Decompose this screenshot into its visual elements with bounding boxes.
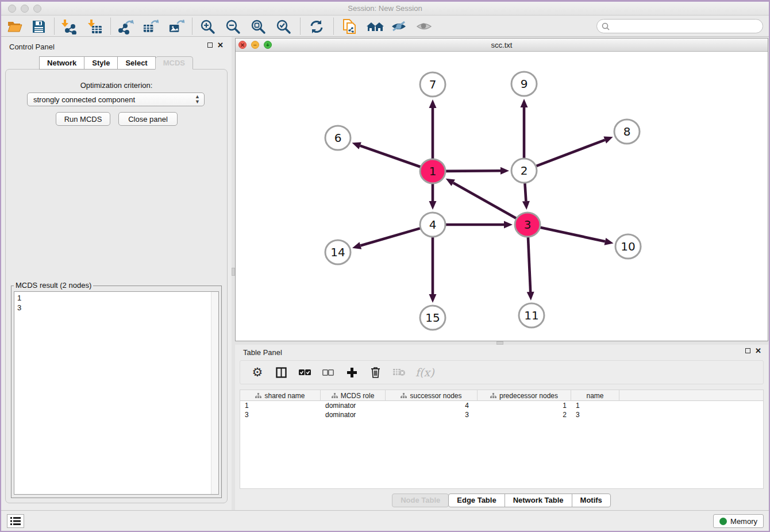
export-table-icon[interactable] bbox=[143, 18, 159, 34]
graph-edge[interactable] bbox=[536, 140, 605, 167]
mcds-result-item: 1 bbox=[17, 293, 218, 303]
search-box[interactable] bbox=[596, 19, 763, 33]
memory-button[interactable]: Memory bbox=[713, 514, 764, 528]
graph-edge-arrowhead bbox=[352, 242, 361, 249]
status-bar: Memory bbox=[1, 510, 769, 531]
close-panel-icon[interactable]: ✕ bbox=[217, 43, 224, 48]
import-table-icon[interactable] bbox=[87, 18, 103, 34]
graph-edge[interactable] bbox=[525, 183, 526, 201]
attribute-icon bbox=[332, 393, 338, 399]
save-icon[interactable] bbox=[30, 18, 47, 34]
graph-node-label: 4 bbox=[429, 218, 437, 232]
delete-row-trash-icon[interactable] bbox=[368, 365, 382, 379]
close-panel-button[interactable]: Close panel bbox=[118, 112, 178, 126]
column-header-name[interactable]: name bbox=[571, 390, 619, 401]
run-mcds-button[interactable]: Run MCDS bbox=[56, 112, 110, 126]
column-label: predecessor nodes bbox=[499, 392, 558, 400]
graph-node-label: 6 bbox=[334, 131, 342, 145]
cell-shared-name[interactable]: 1 bbox=[240, 402, 321, 410]
table-panel-title: Table Panel bbox=[243, 348, 282, 357]
search-input[interactable] bbox=[610, 21, 763, 32]
cell-mcds-role[interactable]: dominator bbox=[321, 402, 386, 410]
float-panel-icon[interactable] bbox=[745, 348, 750, 353]
unselect-all-icon[interactable] bbox=[321, 365, 335, 379]
add-row-icon[interactable] bbox=[345, 365, 359, 379]
tab-network-table[interactable]: Network Table bbox=[505, 494, 572, 507]
open-folder-icon[interactable] bbox=[7, 18, 23, 34]
graph-node-label: 15 bbox=[425, 311, 440, 325]
zoom-out-icon[interactable] bbox=[225, 18, 241, 34]
tab-select[interactable]: Select bbox=[117, 56, 155, 70]
table-row[interactable]: 3 dominator 3 2 3 bbox=[240, 410, 763, 419]
network-canvas[interactable]: 7968124314101511 bbox=[236, 52, 768, 341]
show-columns-icon[interactable] bbox=[274, 365, 288, 379]
tab-motifs[interactable]: Motifs bbox=[572, 494, 611, 507]
export-network-icon[interactable] bbox=[118, 18, 134, 34]
cell-predecessor-nodes[interactable]: 1 bbox=[478, 402, 571, 410]
task-history-button[interactable] bbox=[7, 514, 24, 528]
column-header-predecessor-nodes[interactable]: predecessor nodes bbox=[478, 390, 571, 401]
cell-predecessor-nodes[interactable]: 2 bbox=[478, 411, 571, 419]
mcds-result-group: MCDS result (2 nodes) 1 3 bbox=[11, 286, 222, 498]
cell-successor-nodes[interactable]: 3 bbox=[386, 411, 478, 419]
scrollbar-track[interactable] bbox=[211, 292, 218, 494]
column-header-shared-name[interactable]: shared name bbox=[240, 390, 321, 401]
cell-successor-nodes[interactable]: 4 bbox=[386, 402, 478, 410]
column-header-mcds-role[interactable]: MCDS role bbox=[321, 390, 386, 401]
select-all-icon[interactable] bbox=[298, 365, 311, 379]
toolbar-separator bbox=[192, 18, 192, 34]
cell-mcds-role[interactable]: dominator bbox=[321, 411, 386, 419]
delete-table-icon[interactable] bbox=[392, 365, 406, 379]
mcds-result-list[interactable]: 1 3 bbox=[14, 291, 219, 495]
graph-edge[interactable] bbox=[528, 237, 530, 292]
column-label: MCDS role bbox=[341, 392, 375, 400]
settings-gear-icon[interactable]: ⚙ bbox=[251, 365, 264, 379]
tab-mcds[interactable]: MCDS bbox=[155, 56, 193, 70]
graph-edge[interactable] bbox=[360, 146, 422, 167]
graph-node-label: 14 bbox=[330, 245, 345, 259]
cell-name[interactable]: 3 bbox=[571, 411, 619, 419]
zoom-fit-icon[interactable] bbox=[250, 18, 266, 34]
graph-edge[interactable] bbox=[445, 171, 500, 171]
close-panel-icon[interactable]: ✕ bbox=[755, 348, 761, 353]
zoom-selected-icon[interactable] bbox=[275, 18, 291, 34]
graph-node-label: 1 bbox=[429, 164, 437, 178]
zoom-in-icon[interactable] bbox=[199, 18, 215, 34]
graph-node-label: 10 bbox=[621, 240, 635, 253]
hide-selected-eye-icon[interactable] bbox=[391, 18, 407, 34]
tab-network[interactable]: Network bbox=[39, 56, 84, 70]
graph-edge-arrowhead bbox=[429, 201, 437, 210]
network-window-titlebar[interactable]: ✕ − + scc.txt bbox=[236, 38, 768, 52]
import-network-icon[interactable] bbox=[60, 18, 76, 34]
home-icon[interactable] bbox=[365, 18, 385, 34]
graph-edge[interactable] bbox=[453, 183, 517, 219]
cell-shared-name[interactable]: 3 bbox=[240, 411, 321, 419]
show-all-eye-icon[interactable] bbox=[416, 18, 432, 34]
graph-edge[interactable] bbox=[360, 228, 421, 246]
toolbar-separator bbox=[300, 18, 301, 34]
network-view-window: ✕ − + scc.txt 7968124314101511 bbox=[235, 38, 768, 341]
table-toolbar: ⚙ f(x) bbox=[240, 360, 764, 384]
column-label: successor nodes bbox=[410, 392, 461, 400]
optimization-criterion-label: Optimization criterion: bbox=[6, 81, 227, 90]
tab-style[interactable]: Style bbox=[84, 56, 118, 70]
criterion-dropdown[interactable]: strongly connected component ▲▼ bbox=[27, 92, 205, 106]
table-row[interactable]: 1 dominator 4 1 1 bbox=[240, 401, 763, 410]
cell-name[interactable]: 1 bbox=[571, 402, 619, 410]
graph-edge-arrowhead bbox=[352, 142, 361, 149]
function-builder-icon[interactable]: f(x) bbox=[415, 366, 434, 379]
export-image-icon[interactable] bbox=[168, 18, 184, 34]
column-header-successor-nodes[interactable]: successor nodes bbox=[386, 390, 478, 401]
main-toolbar bbox=[1, 16, 769, 37]
clone-network-icon[interactable] bbox=[341, 18, 357, 34]
list-icon bbox=[10, 516, 21, 526]
refresh-icon[interactable] bbox=[309, 18, 325, 34]
float-panel-icon[interactable] bbox=[207, 43, 213, 48]
tab-node-table[interactable]: Node Table bbox=[392, 494, 449, 507]
tab-edge-table[interactable]: Edge Table bbox=[448, 494, 505, 507]
node-table[interactable]: shared name MCDS role successor nodes pr… bbox=[240, 390, 764, 489]
mcds-result-item: 3 bbox=[17, 303, 218, 313]
network-graph[interactable]: 7968124314101511 bbox=[236, 52, 770, 341]
mcds-tab-content: Optimization criterion: strongly connect… bbox=[5, 69, 228, 503]
graph-edge[interactable] bbox=[540, 227, 605, 241]
